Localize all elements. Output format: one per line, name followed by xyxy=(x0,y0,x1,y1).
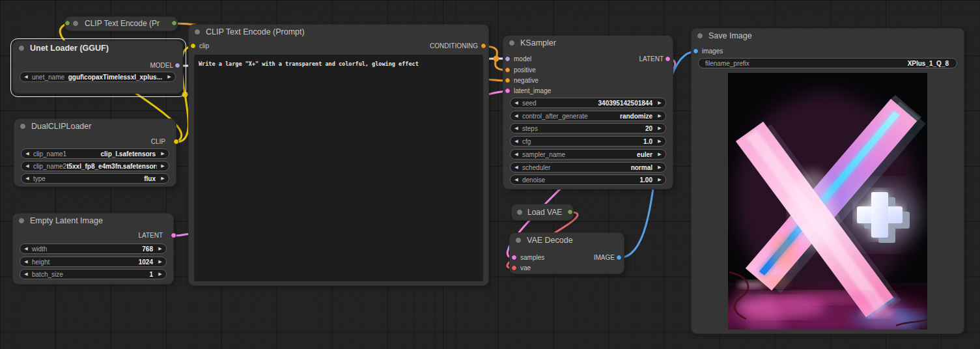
increment-arrow-icon[interactable]: ▶ xyxy=(157,149,169,158)
node-vae-decode[interactable]: VAE Decode samples vae IMAGE xyxy=(510,233,624,273)
widget-clip-name1[interactable]: ◀ clip_name1 clip_l.safetensors ▶ xyxy=(21,148,169,159)
increment-arrow-icon[interactable]: ▶ xyxy=(654,150,665,159)
decrement-arrow-icon[interactable]: ◀ xyxy=(20,244,32,253)
increment-arrow-icon[interactable]: ▶ xyxy=(157,174,169,183)
node-title[interactable]: DualCLIPLoader xyxy=(14,119,176,133)
output-dot-model[interactable] xyxy=(175,63,180,68)
decrement-arrow-icon[interactable]: ◀ xyxy=(511,150,522,159)
node-title[interactable]: Unet Loader (GGUF) xyxy=(13,41,182,55)
node-title[interactable]: VAE Decode xyxy=(510,233,624,247)
node-ksampler[interactable]: KSampler model positive negative latent_… xyxy=(503,36,673,189)
widget-value: t5xxl_fp8_e4m3fn.safetensors xyxy=(66,163,157,170)
decrement-arrow-icon[interactable]: ◀ xyxy=(511,98,522,107)
collapsed-output-dot[interactable] xyxy=(171,20,177,26)
decrement-arrow-icon[interactable]: ◀ xyxy=(511,111,522,120)
input-label-clip: clip xyxy=(199,42,209,50)
node-title[interactable]: Load VAE xyxy=(512,204,573,220)
input-dot-model[interactable] xyxy=(505,56,511,62)
widget-type[interactable]: ◀ type flux ▶ xyxy=(21,173,169,184)
output-label-clip: CLIP xyxy=(151,138,165,146)
widget-value: gguf\copaxTimelessxl_xplus... xyxy=(64,74,163,81)
output-dot-conditioning[interactable] xyxy=(481,43,486,49)
input-label-negative: negative xyxy=(514,77,539,85)
decrement-arrow-icon[interactable]: ◀ xyxy=(511,137,522,146)
widget-value: 768 xyxy=(47,245,154,253)
widget-name: clip_name1 xyxy=(33,150,66,158)
decrement-arrow-icon[interactable]: ◀ xyxy=(511,124,522,133)
widget-steps[interactable]: ◀ steps 20 ▶ xyxy=(510,123,666,133)
node-title[interactable]: CLIP Text Encode (Pr xyxy=(65,17,177,31)
collapsed-output-dot[interactable] xyxy=(567,209,573,215)
output-label-conditioning: CONDITIONING xyxy=(430,42,478,50)
node-title[interactable]: Empty Latent Image xyxy=(13,214,173,228)
widget-scheduler[interactable]: ◀ scheduler normal ▶ xyxy=(510,162,666,173)
widget-height[interactable]: ◀ height 1024 ▶ xyxy=(20,257,167,267)
widget-name: control_after_generate xyxy=(522,113,588,120)
node-graph-canvas[interactable]: CLIP Text Encode (Pr Unet Loader (GGUF) … xyxy=(0,0,980,349)
widget-width[interactable]: ◀ width 768 ▶ xyxy=(20,244,167,254)
widget-batch-size[interactable]: ◀ batch_size 1 ▶ xyxy=(20,269,167,279)
input-dot-images[interactable] xyxy=(693,48,699,54)
input-dot-positive[interactable] xyxy=(505,67,511,73)
decrement-arrow-icon[interactable]: ◀ xyxy=(20,257,32,266)
decrement-arrow-icon[interactable]: ◀ xyxy=(511,175,522,184)
input-dot-negative[interactable] xyxy=(505,77,511,83)
increment-arrow-icon[interactable]: ▶ xyxy=(654,98,665,107)
decrement-arrow-icon[interactable]: ◀ xyxy=(511,163,522,172)
widget-name: denoise xyxy=(522,176,545,184)
widget-control-after-generate[interactable]: ◀ control_after_generate randomize ▶ xyxy=(510,111,666,121)
input-dot-vae[interactable] xyxy=(511,265,517,271)
widget-filename-prefix[interactable]: filename_prefix XPlus_1_Q_8 xyxy=(698,58,957,68)
widget-cfg[interactable]: ◀ cfg 1.0 ▶ xyxy=(510,136,666,147)
increment-arrow-icon[interactable]: ▶ xyxy=(654,163,665,172)
widget-unet-name[interactable]: ◀ unet_name gguf\copaxTimelessxl_xplus..… xyxy=(20,72,176,82)
output-dot-latent[interactable] xyxy=(171,232,176,238)
node-title[interactable]: KSampler xyxy=(503,36,673,50)
decrement-arrow-icon[interactable]: ◀ xyxy=(21,174,33,183)
decrement-arrow-icon[interactable]: ◀ xyxy=(20,72,32,81)
decrement-arrow-icon[interactable]: ◀ xyxy=(20,270,32,279)
increment-arrow-icon[interactable]: ▶ xyxy=(154,270,166,279)
output-dot-latent[interactable] xyxy=(665,56,671,62)
collapsed-input-dot[interactable] xyxy=(64,20,70,26)
widget-name: clip_name2 xyxy=(33,163,66,170)
widget-denoise[interactable]: ◀ denoise 1.00 ▶ xyxy=(510,174,666,185)
input-label-model: model xyxy=(514,55,531,63)
node-empty-latent-image[interactable]: Empty Latent Image LATENT ◀ width 768 ▶ … xyxy=(13,214,173,284)
output-dot-clip[interactable] xyxy=(173,139,179,145)
node-clip-text-encode-prompt[interactable]: CLIP Text Encode (Prompt) clip CONDITION… xyxy=(189,25,488,285)
preview-image xyxy=(728,73,927,329)
decrement-arrow-icon[interactable]: ◀ xyxy=(21,161,33,171)
widget-name: type xyxy=(33,175,46,182)
output-label-image: IMAGE xyxy=(594,254,615,262)
input-dot-clip[interactable] xyxy=(190,43,196,49)
input-dot-samples[interactable] xyxy=(511,255,517,260)
increment-arrow-icon[interactable]: ▶ xyxy=(154,257,166,266)
increment-arrow-icon[interactable]: ▶ xyxy=(154,244,166,253)
node-save-image[interactable]: Save Image images filename_prefix XPlus_… xyxy=(692,29,964,333)
widget-seed[interactable]: ◀ seed 340395142501844 ▶ xyxy=(510,98,666,108)
widget-clip-name2[interactable]: ◀ clip_name2 t5xxl_fp8_e4m3fn.safetensor… xyxy=(21,161,169,171)
node-load-vae[interactable]: Load VAE xyxy=(512,204,573,220)
widget-value: randomize xyxy=(588,113,654,120)
prompt-textarea[interactable]: Write a large "X+" with a transparent an… xyxy=(194,55,483,281)
output-dot-image[interactable] xyxy=(616,255,622,260)
increment-arrow-icon[interactable]: ▶ xyxy=(157,161,169,171)
decrement-arrow-icon[interactable]: ◀ xyxy=(21,149,33,158)
increment-arrow-icon[interactable]: ▶ xyxy=(654,137,665,146)
widget-value: XPlus_1_Q_8 xyxy=(749,60,950,67)
increment-arrow-icon[interactable]: ▶ xyxy=(163,72,175,81)
widget-name: filename_prefix xyxy=(705,60,749,67)
increment-arrow-icon[interactable]: ▶ xyxy=(654,111,665,120)
node-unet-loader[interactable]: Unet Loader (GGUF) MODEL ◀ unet_name ggu… xyxy=(13,41,182,93)
node-title[interactable]: Save Image xyxy=(692,29,964,43)
increment-arrow-icon[interactable]: ▶ xyxy=(654,124,665,133)
node-title[interactable]: CLIP Text Encode (Prompt) xyxy=(189,25,488,39)
input-dot-latent-image[interactable] xyxy=(505,88,511,94)
node-clip-text-encode-collapsed[interactable]: CLIP Text Encode (Pr xyxy=(65,17,177,31)
input-label-latent-image: latent_image xyxy=(514,87,551,95)
widget-sampler-name[interactable]: ◀ sampler_name euler ▶ xyxy=(510,149,666,160)
increment-arrow-icon[interactable]: ▶ xyxy=(654,175,665,184)
widget-value: clip_l.safetensors xyxy=(66,150,157,158)
node-dual-clip-loader[interactable]: DualCLIPLoader CLIP ◀ clip_name1 clip_l.… xyxy=(14,119,176,186)
